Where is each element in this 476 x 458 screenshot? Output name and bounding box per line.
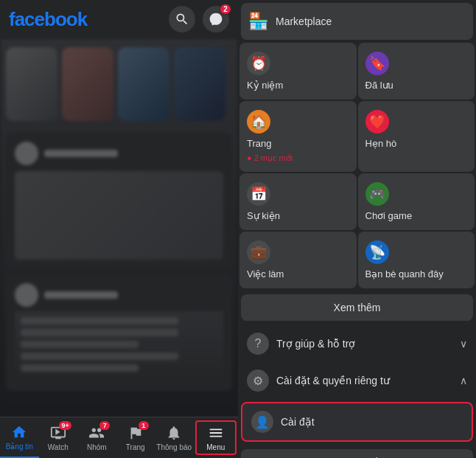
watch-icon-container: 9+ xyxy=(49,424,67,442)
watch-badge: 9+ xyxy=(59,421,71,430)
tro-giup-icon: ? xyxy=(247,333,269,355)
marketplace-row: 🏪 Marketplace xyxy=(238,0,476,41)
settings-item[interactable]: 👤 Cài đặt xyxy=(241,402,473,442)
marketplace-item[interactable]: 🏪 Marketplace xyxy=(241,3,473,40)
viec-lam-icon: 💼 xyxy=(247,240,270,264)
nav-label-trang: Trang xyxy=(126,443,145,451)
menu-item-su-kien[interactable]: 📅 Sự kiện xyxy=(239,173,357,230)
header-icons: 2 xyxy=(169,6,229,32)
tro-giup-section[interactable]: ? Trợ giúp & hỗ trợ ∨ xyxy=(238,325,476,362)
xem-them-button[interactable]: Xem thêm xyxy=(241,294,473,321)
search-icon xyxy=(175,12,189,27)
menu-item-choi-game[interactable]: 🎮 Chơi game xyxy=(358,173,475,230)
text-line xyxy=(21,317,178,325)
story-row xyxy=(0,41,238,127)
facebook-logo: facebook xyxy=(9,8,87,31)
story-card[interactable] xyxy=(62,47,113,121)
menu-item-ban-be[interactable]: 📡 Bạn bè quanh đây xyxy=(358,232,475,288)
menu-item-da-luu[interactable]: 🔖 Đã lưu xyxy=(358,43,475,100)
dangxuat-button[interactable]: Đăng xuất xyxy=(241,449,473,458)
nav-item-nhom[interactable]: 7 Nhóm xyxy=(77,417,116,458)
menu-item-viec-lam[interactable]: 💼 Việc làm xyxy=(239,232,357,288)
marketplace-icon: 🏪 xyxy=(248,12,268,31)
tro-giup-left: ? Trợ giúp & hỗ trợ xyxy=(247,333,355,355)
feed-area xyxy=(0,38,238,417)
story-card[interactable] xyxy=(174,47,225,121)
home-icon-container xyxy=(10,423,28,441)
thong-bao-icon-container xyxy=(165,424,183,442)
menu-icon-container xyxy=(207,424,225,442)
tro-giup-label: Trợ giúp & hỗ trợ xyxy=(276,338,355,350)
ban-be-label: Bạn bè quanh đây xyxy=(365,268,468,280)
home-icon xyxy=(11,424,27,440)
da-luu-icon: 🔖 xyxy=(365,52,389,75)
messenger-icon xyxy=(209,12,223,27)
text-line xyxy=(21,364,139,372)
choi-game-icon: 🎮 xyxy=(365,182,389,206)
bell-icon xyxy=(166,425,182,441)
feed-blur xyxy=(0,38,238,417)
nhom-icon-container: 7 xyxy=(88,424,105,442)
text-line xyxy=(21,329,178,336)
nav-item-menu[interactable]: Menu xyxy=(195,420,237,455)
post-content xyxy=(15,171,223,260)
nav-item-thong-bao[interactable]: Thông báo xyxy=(155,417,194,458)
settings-label: Cài đặt xyxy=(281,416,315,428)
ky-niem-icon: ⏰ xyxy=(247,52,270,75)
cai-dat-section-label: Cài đặt & quyền riêng tư xyxy=(276,375,390,386)
choi-game-label: Chơi game xyxy=(365,210,468,221)
trang-icon-container: 1 xyxy=(127,424,144,442)
right-panel: 🏪 Marketplace ⏰ Kỷ niệm 🔖 Đã lưu 🏠 Trang… xyxy=(238,0,476,458)
nav-item-bang-tin[interactable]: Bảng tin xyxy=(0,417,39,458)
trang-menu-icon: 🏠 xyxy=(247,110,270,133)
cai-dat-section-icon: ⚙ xyxy=(247,369,269,392)
messenger-button[interactable]: 2 xyxy=(203,6,229,32)
menu-item-hen-ho[interactable]: ❤️ Hẹn hò xyxy=(358,101,475,172)
nav-label-thong-bao: Thông báo xyxy=(156,443,192,451)
nav-label-menu: Menu xyxy=(206,443,225,451)
left-panel: facebook 2 xyxy=(0,0,238,458)
avatar-row xyxy=(15,142,223,165)
cai-dat-section[interactable]: ⚙ Cài đặt & quyền riêng tư ∧ xyxy=(238,362,476,399)
menu-icon xyxy=(208,425,224,441)
trang-sublabel: ● 2 mục mới xyxy=(247,153,349,163)
cai-dat-chevron: ∧ xyxy=(460,375,467,386)
nhom-badge: 7 xyxy=(99,421,110,430)
da-luu-label: Đã lưu xyxy=(365,80,468,91)
story-card[interactable] xyxy=(6,47,57,121)
avatar-2 xyxy=(15,283,38,307)
su-kien-label: Sự kiện xyxy=(247,210,349,221)
menu-grid: ⏰ Kỷ niệm 🔖 Đã lưu 🏠 Trang ● 2 mục mới ❤… xyxy=(238,41,476,290)
search-button[interactable] xyxy=(169,6,195,32)
settings-user-icon: 👤 xyxy=(251,411,273,433)
messenger-badge: 2 xyxy=(220,4,231,15)
text-line xyxy=(21,353,178,360)
cai-dat-left: ⚙ Cài đặt & quyền riêng tư xyxy=(247,369,390,392)
trang-badge: 1 xyxy=(139,421,149,430)
post-text xyxy=(15,311,223,382)
nav-item-trang[interactable]: 1 Trang xyxy=(116,417,155,458)
hen-ho-label: Hẹn hò xyxy=(365,138,468,149)
menu-item-ky-niem[interactable]: ⏰ Kỷ niệm xyxy=(239,43,357,100)
nav-item-watch[interactable]: 9+ Watch xyxy=(39,417,78,458)
post-card xyxy=(6,133,232,268)
ban-be-icon: 📡 xyxy=(365,240,389,264)
post-card-2 xyxy=(6,274,232,391)
marketplace-label: Marketplace xyxy=(276,15,332,27)
left-bottom-nav: Bảng tin 9+ Watch 7 Nhóm 1 Trang xyxy=(0,417,238,458)
viec-lam-label: Việc làm xyxy=(247,268,349,280)
name-blur-2 xyxy=(44,291,118,299)
story-card[interactable] xyxy=(118,47,169,121)
hen-ho-icon: ❤️ xyxy=(365,110,389,133)
name-blur xyxy=(44,150,118,157)
avatar xyxy=(15,142,38,165)
ky-niem-label: Kỷ niệm xyxy=(247,80,349,91)
su-kien-icon: 📅 xyxy=(247,182,270,206)
avatar-row-2 xyxy=(15,283,223,307)
nav-label-watch: Watch xyxy=(48,443,69,451)
menu-item-trang[interactable]: 🏠 Trang ● 2 mục mới xyxy=(239,101,357,172)
trang-menu-label: Trang xyxy=(247,138,349,149)
left-header: facebook 2 xyxy=(0,0,238,38)
tro-giup-chevron: ∨ xyxy=(460,338,467,350)
text-line xyxy=(21,341,139,348)
